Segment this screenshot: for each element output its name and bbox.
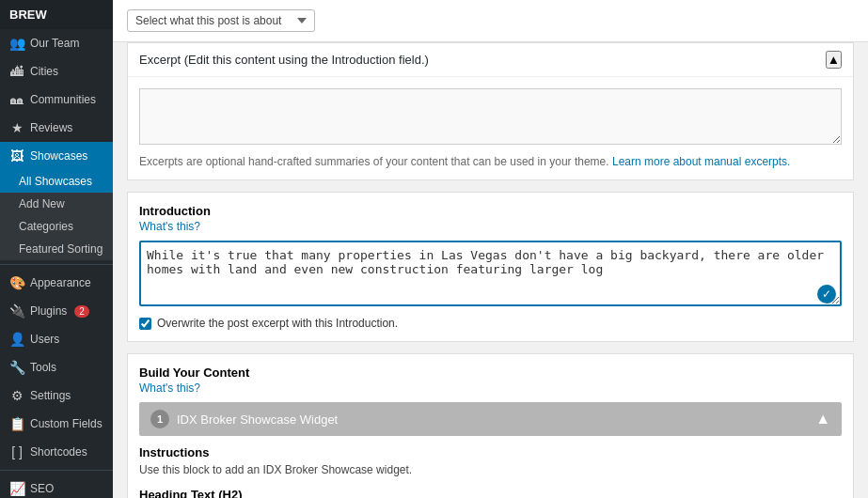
sidebar-item-reviews[interactable]: ★ Reviews bbox=[0, 114, 113, 142]
seo-icon: 📈 bbox=[9, 481, 24, 496]
instructions-label: Instructions bbox=[139, 445, 842, 459]
categories-label: Categories bbox=[19, 220, 73, 233]
reviews-icon: ★ bbox=[9, 120, 24, 135]
instructions-text: Use this block to add an IDX Broker Show… bbox=[139, 463, 842, 476]
textarea-check-icon[interactable]: ✓ bbox=[817, 285, 836, 303]
main-content: Select what this post is about Excerpt (… bbox=[113, 0, 868, 498]
excerpt-textarea[interactable] bbox=[139, 88, 842, 145]
sidebar-item-label: Showcases bbox=[30, 149, 87, 163]
sidebar-item-label: Reviews bbox=[30, 121, 72, 134]
sidebar-divider bbox=[0, 264, 113, 265]
plugins-badge: 2 bbox=[74, 305, 89, 318]
users-icon: 👤 bbox=[9, 332, 24, 347]
sidebar-item-add-new[interactable]: Add New bbox=[0, 193, 113, 215]
sidebar-item-our-team[interactable]: 👥 Our Team bbox=[0, 29, 113, 57]
sidebar-submenu: All Showcases Add New Categories Feature… bbox=[0, 170, 113, 260]
showcases-icon: 🖼 bbox=[9, 148, 24, 163]
introduction-textarea[interactable] bbox=[139, 241, 842, 306]
excerpt-title: Excerpt (Edit this content using the Int… bbox=[139, 53, 429, 67]
excerpt-section: Excerpt (Edit this content using the Int… bbox=[127, 42, 854, 180]
introduction-textarea-wrapper: ✓ bbox=[139, 241, 842, 309]
widget-number: 1 bbox=[150, 410, 169, 428]
users-label: Users bbox=[30, 333, 59, 346]
post-topic-select[interactable]: Select what this post is about bbox=[127, 9, 315, 32]
sidebar-item-tools[interactable]: 🔧 Tools bbox=[0, 353, 113, 381]
excerpt-note: Excerpts are optional hand-crafted summa… bbox=[139, 155, 842, 168]
tools-icon: 🔧 bbox=[9, 360, 24, 375]
introduction-label: Introduction bbox=[139, 204, 842, 218]
overwrite-row: Overwrite the post excerpt with this Int… bbox=[139, 317, 842, 330]
excerpt-toggle-button[interactable]: ▲ bbox=[826, 51, 842, 69]
shortcodes-icon: [ ] bbox=[9, 444, 24, 459]
appearance-icon: 🎨 bbox=[9, 275, 24, 290]
tools-label: Tools bbox=[30, 361, 56, 374]
introduction-whats-this-link[interactable]: What's this? bbox=[139, 220, 842, 233]
sidebar: BREW 👥 Our Team 🏙 Cities 🏘 Communities ★… bbox=[0, 0, 113, 498]
introduction-section: Introduction What's this? ✓ Overwrite th… bbox=[127, 192, 854, 342]
main-panel: Excerpt (Edit this content using the Int… bbox=[113, 42, 868, 498]
sidebar-brand: BREW bbox=[0, 0, 113, 29]
widget-row: 1 IDX Broker Showcase Widget ▲ bbox=[139, 402, 842, 436]
heading-text-label: Heading Text (H2) bbox=[139, 488, 842, 498]
overwrite-checkbox[interactable] bbox=[139, 318, 151, 330]
cities-icon: 🏙 bbox=[9, 64, 24, 79]
excerpt-body: Excerpts are optional hand-crafted summa… bbox=[128, 77, 853, 179]
sidebar-item-categories[interactable]: Categories bbox=[0, 215, 113, 238]
widget-toggle-button[interactable]: ▲ bbox=[815, 411, 830, 428]
sidebar-item-users[interactable]: 👤 Users bbox=[0, 325, 113, 353]
featured-sorting-label: Featured Sorting bbox=[19, 242, 103, 256]
seo-label: SEO bbox=[30, 482, 54, 495]
excerpt-header: Excerpt (Edit this content using the Int… bbox=[128, 43, 853, 77]
add-new-label: Add New bbox=[19, 197, 65, 210]
custom-fields-icon: 📋 bbox=[9, 416, 24, 431]
sidebar-item-seo[interactable]: 📈 SEO bbox=[0, 475, 113, 498]
appearance-label: Appearance bbox=[30, 276, 91, 289]
sidebar-item-label: Cities bbox=[30, 65, 58, 78]
sidebar-item-showcases[interactable]: 🖼 Showcases bbox=[0, 142, 113, 170]
build-content-label: Build Your Content bbox=[139, 366, 842, 380]
settings-icon: ⚙ bbox=[9, 388, 24, 403]
sidebar-item-custom-fields[interactable]: 📋 Custom Fields bbox=[0, 410, 113, 438]
sidebar-divider-2 bbox=[0, 470, 113, 471]
sidebar-item-all-showcases[interactable]: All Showcases bbox=[0, 170, 113, 193]
sidebar-item-featured-sorting[interactable]: Featured Sorting bbox=[0, 238, 113, 260]
top-section: Select what this post is about bbox=[113, 0, 868, 42]
sidebar-item-communities[interactable]: 🏘 Communities bbox=[0, 86, 113, 114]
excerpt-learn-more-link[interactable]: Learn more about manual excerpts. bbox=[612, 155, 790, 168]
our-team-icon: 👥 bbox=[9, 36, 24, 51]
sidebar-item-cities[interactable]: 🏙 Cities bbox=[0, 57, 113, 86]
settings-label: Settings bbox=[30, 389, 71, 402]
sidebar-item-label: Communities bbox=[30, 93, 96, 106]
sidebar-item-label: Our Team bbox=[30, 37, 79, 50]
sidebar-item-plugins[interactable]: 🔌 Plugins 2 bbox=[0, 297, 113, 325]
sidebar-item-shortcodes[interactable]: [ ] Shortcodes bbox=[0, 438, 113, 466]
shortcodes-label: Shortcodes bbox=[30, 445, 87, 459]
build-content-section: Build Your Content What's this? 1 IDX Br… bbox=[127, 353, 854, 498]
plugins-icon: 🔌 bbox=[9, 303, 24, 319]
custom-fields-label: Custom Fields bbox=[30, 417, 103, 430]
all-showcases-label: All Showcases bbox=[19, 175, 92, 188]
communities-icon: 🏘 bbox=[9, 92, 24, 107]
sidebar-item-settings[interactable]: ⚙ Settings bbox=[0, 381, 113, 410]
build-content-whats-this-link[interactable]: What's this? bbox=[139, 381, 842, 395]
sidebar-item-appearance[interactable]: 🎨 Appearance bbox=[0, 269, 113, 297]
overwrite-label: Overwrite the post excerpt with this Int… bbox=[157, 317, 398, 330]
widget-row-left: 1 IDX Broker Showcase Widget bbox=[150, 410, 338, 428]
widget-title: IDX Broker Showcase Widget bbox=[177, 412, 338, 427]
plugins-label: Plugins bbox=[30, 304, 67, 318]
